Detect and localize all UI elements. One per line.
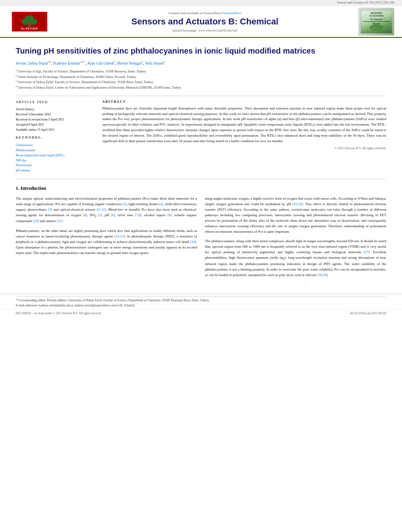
bottom-footer: 0925-4005/$ – see front matter © 2011 El… xyxy=(0,310,402,317)
intro-title: 1. Introduction xyxy=(16,185,386,191)
svg-point-6 xyxy=(369,24,383,31)
affiliation-c: c University of Dokuz Eylul, Faculty of … xyxy=(16,79,386,85)
abstract-label: ABSTRACT xyxy=(102,100,386,104)
journal-name: Sensors and Actuators B: Chemical xyxy=(55,17,355,27)
keywords-label: Keywords: xyxy=(16,135,94,141)
elsevier-logo-image: ELSEVIER xyxy=(12,12,47,32)
article-info-col: ARTICLE INFO Article history: Received 3… xyxy=(16,100,94,173)
page: Sensors and Actuators B 156 (2011) 236–2… xyxy=(0,0,402,532)
divider-1 xyxy=(16,96,386,96)
keyword-1: Chemosensor xyxy=(16,143,94,148)
affiliation-b: b Gebze Institute of Technology, Departm… xyxy=(16,74,386,80)
divider-2 xyxy=(16,179,386,179)
keyword-6: pH sensing xyxy=(16,168,94,173)
intro-para-1: The unique optical, semiconducting and e… xyxy=(16,196,197,224)
history-label: Article history: xyxy=(16,107,94,112)
info-abstract-section: ARTICLE INFO Article history: Received 3… xyxy=(16,100,386,173)
sciencedirect-line: Contents lists available at ScienceDirec… xyxy=(55,11,355,15)
abstract-section: ABSTRACT Phthalocyanine dyes are clinica… xyxy=(102,100,386,150)
intro-para-3: ating singlet molecular oxygen, a highly… xyxy=(205,196,387,235)
affiliation-d: d University of Dokuz Eylul, Center for … xyxy=(16,85,386,90)
author-2: Kadriye Ertekin xyxy=(54,61,80,65)
abstract-col: ABSTRACT Phthalocyanine dyes are clinica… xyxy=(102,100,386,173)
author-1: Sevinc Zehra Topal xyxy=(16,61,48,65)
intro-right-col: ating singlet molecular oxygen, a highly… xyxy=(205,196,387,278)
doi-line: doi:10.1016/j.snb.2011.04.026 xyxy=(350,311,386,315)
intro-left-col: The unique optical, semiconducting and e… xyxy=(16,196,197,278)
elsevier-logo: ELSEVIER xyxy=(8,12,51,32)
article-info-label: ARTICLE INFO xyxy=(16,100,94,105)
intro-body: The unique optical, semiconducting and e… xyxy=(16,196,386,278)
article-title: Tuning pH sensitivities of zinc phthaloc… xyxy=(16,46,386,56)
author-4: Berrin Yenigul xyxy=(117,61,142,65)
copyright: © 2011 Elsevier B.V. All rights reserved… xyxy=(102,146,386,150)
top-bar: Sensors and Actuators B 156 (2011) 236–2… xyxy=(0,0,402,6)
corresponding-footnote: * Corresponding author. Present address:… xyxy=(16,298,386,302)
abstract-text: Phthalocyanine dyes are clinically impor… xyxy=(102,106,386,145)
received-date: Received 3 December 2010 xyxy=(16,112,94,117)
email-footnote: E-mail addresses: kadriye.ertekin@deu.ed… xyxy=(16,304,386,307)
available-date: Available online 15 April 2011 xyxy=(16,128,94,133)
revised-date: Received in revised form 5 April 2011 xyxy=(16,117,94,122)
article-info: ARTICLE INFO Article history: Received 3… xyxy=(16,100,94,173)
intro-para-2: Phthalocyanines, on the other hand, are … xyxy=(16,228,197,256)
author-5: Vefa Ahsen xyxy=(145,61,164,65)
svg-text:ELSEVIER: ELSEVIER xyxy=(21,27,38,30)
svg-rect-4 xyxy=(28,22,31,27)
intro-para-4: The phthalocyanines, along with their me… xyxy=(205,239,387,278)
main-content: Tuning pH sensitivities of zinc phthaloc… xyxy=(0,38,402,286)
journal-header: ELSEVIER Contents lists available at Sci… xyxy=(0,6,402,38)
affiliation-a: a University of Ege, Faculty of Science,… xyxy=(16,69,386,74)
authors-line: Sevinc Zehra Topala,b, Kadriye Ertekinc,… xyxy=(16,60,386,66)
journal-citation: Sensors and Actuators B 156 (2011) 236–2… xyxy=(337,1,394,4)
keyword-2: Phthalocyanine xyxy=(16,148,94,153)
journal-homepage: journal homepage: www.elsevier.com/locat… xyxy=(55,28,355,32)
journal-title-block: Contents lists available at ScienceDirec… xyxy=(51,11,359,32)
keyword-3: Room temperature ionic liquid (RTIL) xyxy=(16,153,94,158)
author-3: Ayşe Gül Gürek xyxy=(87,61,114,65)
sensors-actuators-logo: SENSORS AcTUATORS B: Chemical Elsevier xyxy=(359,8,394,35)
keyword-5: Fluorescence xyxy=(16,163,94,168)
keywords-section: Keywords: Chemosensor Phthalocyanine Roo… xyxy=(16,135,94,173)
keyword-4: NIR dye xyxy=(16,158,94,163)
history-group: Article history: Received 3 December 201… xyxy=(16,107,94,132)
footnotes-section: * Corresponding author. Present address:… xyxy=(0,294,402,310)
accepted-date: Accepted 8 April 2011 xyxy=(16,122,94,128)
issn-line: 0925-4005/$ – see front matter © 2011 El… xyxy=(16,311,102,315)
affiliations: a University of Ege, Faculty of Science,… xyxy=(16,69,386,90)
introduction-section: 1. Introduction The unique optical, semi… xyxy=(16,185,386,278)
